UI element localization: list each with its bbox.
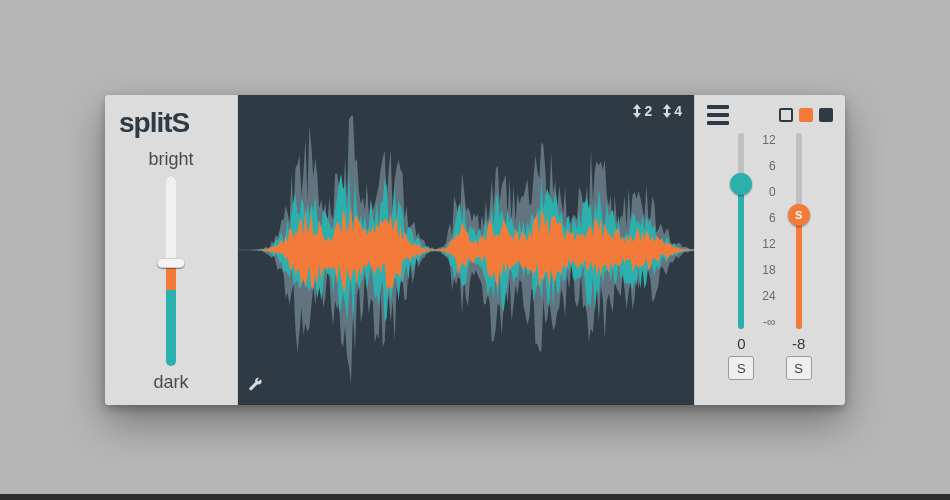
- scale-tick: -∞: [763, 315, 776, 329]
- scale-tick: 24: [762, 289, 775, 303]
- fader-a-solo-button[interactable]: S: [728, 356, 754, 380]
- zoom-b-value: 4: [674, 103, 682, 119]
- bottom-crop-bar: [0, 494, 950, 500]
- solo-label: S: [794, 361, 803, 376]
- fader-b-solo-button[interactable]: S: [786, 356, 812, 380]
- fader-section: 0 S 12606121824-∞ S -8 S: [695, 129, 845, 405]
- logo-text-b: S: [172, 107, 190, 138]
- fader-b-fill: [796, 215, 802, 329]
- app-background: splitS bright dark: [0, 0, 950, 500]
- swatch-orange[interactable]: [799, 108, 813, 122]
- solo-label: S: [737, 361, 746, 376]
- scale-tick: 18: [762, 263, 775, 277]
- waveform-toolbar: 2 4: [632, 103, 682, 119]
- menu-button[interactable]: [707, 105, 729, 125]
- right-panel: 0 S 12606121824-∞ S -8 S: [694, 95, 845, 405]
- fader-b-knob-label: S: [795, 209, 802, 221]
- scale-tick: 12: [762, 237, 775, 251]
- zoom-control-a[interactable]: 2: [632, 103, 652, 119]
- tone-slider-track: [166, 176, 176, 366]
- tone-slider[interactable]: [158, 176, 184, 366]
- left-panel: splitS bright dark: [105, 95, 238, 405]
- settings-button[interactable]: [248, 377, 264, 397]
- scale-tick: 6: [769, 211, 776, 225]
- fader-b-knob[interactable]: S: [788, 204, 810, 226]
- wrench-icon: [248, 377, 264, 393]
- fader-b: S -8 S: [786, 133, 812, 405]
- updown-arrows-icon: [632, 104, 642, 118]
- right-panel-header: [695, 95, 845, 129]
- swatch-outline[interactable]: [779, 108, 793, 122]
- logo-text-a: split: [119, 107, 172, 138]
- fader-a-track[interactable]: [738, 133, 744, 329]
- hamburger-icon: [707, 105, 729, 109]
- fader-a: 0 S: [728, 133, 754, 405]
- fader-a-value: 0: [737, 335, 745, 352]
- tone-label-dark: dark: [153, 372, 188, 393]
- fader-b-track[interactable]: S: [796, 133, 802, 329]
- scale-tick: 12: [762, 133, 775, 147]
- updown-arrows-icon: [662, 104, 672, 118]
- fader-b-value: -8: [792, 335, 805, 352]
- scale-tick: 6: [769, 159, 776, 173]
- color-swatches: [779, 108, 833, 122]
- plugin-window: splitS bright dark: [105, 95, 845, 405]
- zoom-control-b[interactable]: 4: [662, 103, 682, 119]
- tone-label-bright: bright: [148, 149, 193, 170]
- db-scale: 12606121824-∞: [762, 133, 777, 329]
- zoom-a-value: 2: [644, 103, 652, 119]
- waveform-display: [238, 95, 694, 405]
- tone-slider-lower: [166, 290, 176, 366]
- plugin-logo: splitS: [119, 107, 189, 139]
- tone-slider-upper: [166, 176, 176, 263]
- tone-slider-thumb[interactable]: [157, 258, 185, 268]
- scale-tick: 0: [769, 185, 776, 199]
- swatch-dark[interactable]: [819, 108, 833, 122]
- fader-a-fill: [738, 184, 744, 329]
- fader-a-knob[interactable]: [730, 173, 752, 195]
- waveform-panel[interactable]: 2 4: [238, 95, 694, 405]
